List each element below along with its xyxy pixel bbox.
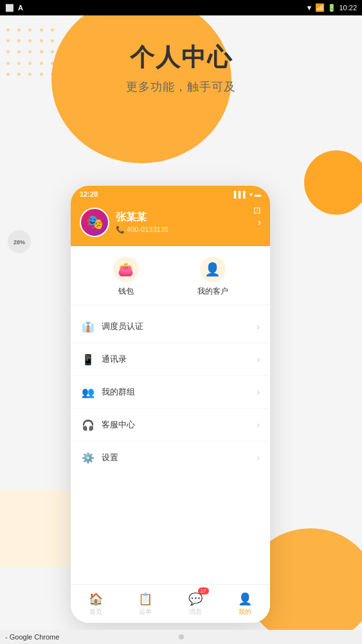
browser-dot (179, 634, 184, 640)
status-bar: ⬜ A ▼ 📶 🔋 10:22 (0, 0, 362, 15)
status-a-icon: A (18, 4, 23, 12)
phone-mockup: 12:28 ▌▌▌ ▾ ▬ ⊡ 🎭 张某某 📞 (71, 186, 270, 623)
nav-profile[interactable]: 👤 我的 (221, 585, 271, 623)
messages-badge: 17 (198, 587, 209, 595)
profile-info: 🎭 张某某 📞 400-0133135 (80, 208, 168, 237)
customers-icon: 👤 (204, 262, 221, 277)
browser-bar: - Google Chrome (0, 630, 362, 644)
phone-time: 12:28 (80, 190, 98, 198)
wallet-icon: 👛 (118, 262, 134, 277)
signal-icon: 📶 (315, 3, 325, 12)
my-customers-menu-item[interactable]: 👤 我的客户 (197, 256, 228, 297)
support-text: 客服中心 (102, 419, 250, 431)
page-subtitle: 更多功能，触手可及 (0, 79, 362, 94)
support-arrow: › (257, 420, 260, 430)
status-indicator: ⬜ (5, 4, 14, 12)
groups-text: 我的群组 (102, 386, 250, 398)
avatar: 🎭 (80, 208, 109, 237)
settings-arrow: › (257, 452, 260, 463)
home-label: 首页 (89, 607, 102, 616)
list-item-settings[interactable]: ⚙️ 设置 › (71, 442, 270, 474)
customers-icon-circle: 👤 (200, 256, 226, 282)
avatar-emoji: 🎭 (86, 214, 104, 231)
contacts-text: 通讯录 (102, 353, 250, 365)
groups-arrow: › (257, 387, 260, 397)
wallet-label: 钱包 (118, 286, 134, 297)
dispatch-text: 调度员认证 (102, 321, 250, 332)
bottom-nav: 🏠 首页 📋 运单 💬 17 消息 👤 我的 (71, 584, 270, 623)
phone-wifi: ▾ (249, 191, 253, 198)
profile-nav-icon: 👤 (238, 592, 252, 606)
phone-status-icons: ▌▌▌ ▾ ▬ (234, 191, 261, 198)
status-right: ▼ 📶 🔋 10:22 (306, 3, 357, 12)
contacts-arrow: › (257, 354, 260, 364)
orders-label: 运单 (139, 607, 152, 616)
page-background: 个人中心 更多功能，触手可及 28% 12:28 ▌▌▌ ▾ ▬ ⊡ (0, 15, 362, 644)
page-main-title: 个人中心 (0, 41, 362, 74)
settings-text: 设置 (102, 452, 250, 463)
orders-icon: 📋 (138, 592, 152, 606)
status-left: ⬜ A (5, 4, 23, 12)
orange-circle-right (304, 150, 362, 215)
menu-icons-row: 👛 钱包 👤 我的客户 (71, 246, 270, 305)
wifi-icon: ▼ (306, 4, 313, 12)
support-icon: 🎧 (81, 418, 95, 432)
phone-signal: ▌▌▌ (234, 191, 248, 198)
nav-messages[interactable]: 💬 17 消息 (170, 585, 221, 623)
svg-text:28%: 28% (14, 239, 25, 246)
messages-label: 消息 (189, 607, 202, 616)
phone-battery: ▬ (255, 191, 261, 198)
list-item-support[interactable]: 🎧 客服中心 › (71, 409, 270, 442)
list-item-contacts[interactable]: 📱 通讯录 › (71, 343, 270, 376)
screen-cast-icon: ⊡ (253, 205, 261, 215)
groups-icon: 👥 (81, 385, 95, 399)
list-item-groups[interactable]: 👥 我的群组 › (71, 376, 270, 409)
dispatch-arrow: › (257, 321, 260, 332)
profile-phone: 📞 400-0133135 (116, 226, 168, 234)
clock: 10:22 (339, 4, 357, 12)
list-item-dispatch[interactable]: 👔 调度员认证 › (71, 310, 270, 343)
phone-status-bar: 12:28 ▌▌▌ ▾ ▬ (71, 186, 270, 202)
phone-prefix: 📞 (116, 226, 127, 233)
nav-orders[interactable]: 📋 运单 (121, 585, 171, 623)
wallet-menu-item[interactable]: 👛 钱包 (113, 256, 139, 297)
progress-circle: 28% (5, 228, 33, 256)
home-icon: 🏠 (89, 592, 103, 606)
customers-label: 我的客户 (197, 286, 228, 297)
nav-home[interactable]: 🏠 首页 (71, 585, 121, 623)
page-title-area: 个人中心 更多功能，触手可及 (0, 41, 362, 94)
battery-icon: 🔋 (327, 4, 336, 12)
dispatch-icon: 👔 (81, 319, 95, 334)
profile-header[interactable]: 🎭 张某某 📞 400-0133135 › (71, 202, 270, 246)
phone-header-wrapper: ⊡ 🎭 张某某 📞 400-0133135 › (71, 202, 270, 246)
wallet-icon-circle: 👛 (113, 256, 139, 282)
browser-label: - Google Chrome (5, 633, 59, 641)
profile-arrow-icon: › (258, 217, 261, 228)
profile-nav-label: 我的 (239, 607, 251, 616)
settings-icon: ⚙️ (81, 451, 95, 465)
list-section: 👔 调度员认证 › 📱 通讯录 › 👥 我的群组 › 🎧 客服中心 › ⚙️ (71, 310, 270, 474)
contacts-icon: 📱 (81, 352, 95, 366)
profile-name: 张某某 (116, 211, 168, 224)
rect-bottom-left (0, 490, 77, 567)
profile-text: 张某某 📞 400-0133135 (116, 211, 168, 234)
